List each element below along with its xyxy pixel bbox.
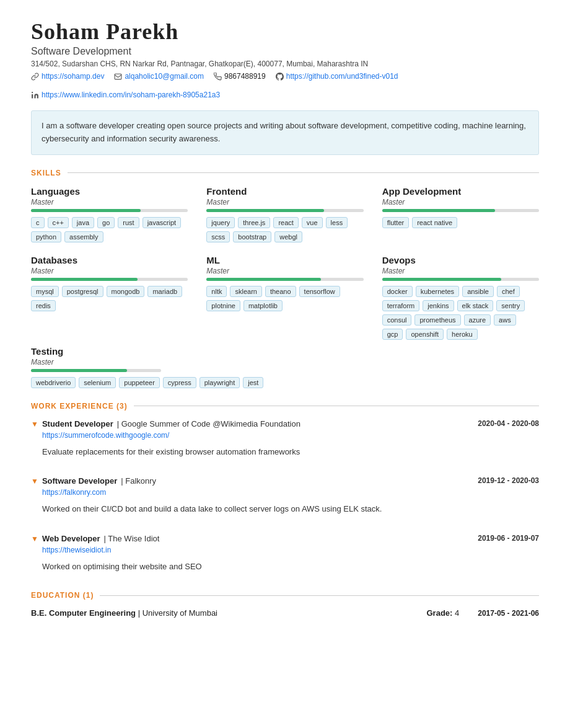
tag: cypress [163,377,196,388]
edu-right-1: Grade: 4 2017-05 - 2021-06 [426,608,539,618]
tag: scss [206,231,230,242]
edu-university-1: University of Mumbai [142,608,217,618]
tag: theano [265,286,296,297]
skill-devops-level: Master [382,267,539,275]
work-url-1[interactable]: https://summerofcode.withgoogle.com/ [42,431,169,440]
skill-appdev-level: Master [382,198,539,206]
work-dates-2: 2019-12 - 2020-03 [478,476,539,485]
skill-frontend-title: Frontend [206,186,363,197]
tag: rust [118,217,139,228]
work-dates-1: 2020-04 - 2020-08 [478,419,539,428]
skills-title: SKILLS [31,169,61,177]
edu-left-1: B.E. Computer Engineering | University o… [31,608,217,618]
edu-degree-1: B.E. Computer Engineering [31,608,136,618]
tag: jest [243,377,263,388]
website-link[interactable]: https://sohamp.dev [42,72,104,81]
github-contact: https://github.com/und3fined-v01d [276,72,398,81]
tag: selenium [79,377,116,388]
work-company-2: | Falkonry [121,476,156,486]
skill-group-appdev: App Development Master flutter react nat… [382,186,539,242]
skill-appdev-bar-fill [382,209,495,212]
education-title: EDUCATION (1) [31,591,94,600]
email-link[interactable]: alqaholic10@gmail.com [125,72,204,81]
linkedin-link[interactable]: https://www.linkedin.com/in/soham-parekh… [42,91,220,99]
skill-frontend-tags: jquery three.js react vue less scss boot… [206,217,363,242]
work-chevron-icon: ▼ [31,535,38,543]
tag: postgresql [62,286,103,297]
education-section-header: EDUCATION (1) [31,591,539,600]
work-role-1: Student Developer [42,419,113,428]
tag: less [326,217,348,228]
tag: python [31,231,61,242]
skill-frontend-bar-bg [206,209,363,212]
tag: mysql [31,286,59,297]
skill-languages-tags: c c++ java go rust javascript python ass… [31,217,188,242]
tag: jenkins [423,300,454,311]
header-section: Soham Parekh Software Development 314/50… [31,19,539,99]
tag: three.js [238,217,270,228]
skill-languages-bar-fill [31,209,141,212]
tag: elk stack [457,300,494,311]
tag: playwright [200,377,240,388]
education-row-1: B.E. Computer Engineering | University o… [31,608,539,618]
phone-icon [214,73,222,81]
tag: bootstrap [233,231,271,242]
skill-group-testing: Testing Master webdriverio selenium pupp… [31,346,539,388]
skill-devops-tags: docker kubernetes ansible chef terraform… [382,286,539,340]
skill-databases-title: Databases [31,255,188,265]
tag: vue [302,217,323,228]
tag: azure [464,314,491,326]
skills-section-header: SKILLS [31,169,539,177]
skill-ml-level: Master [206,267,363,275]
skill-testing-bar-fill [31,369,127,372]
tag: ansible [462,286,494,297]
skill-ml-tags: nltk sklearn theano tensorflow plotnine … [206,286,363,311]
skill-ml-title: ML [206,255,363,265]
github-link[interactable]: https://github.com/und3fined-v01d [286,72,398,81]
bio-box: I am a software developer creating open … [31,110,539,155]
work-role-2: Software Developer [42,476,117,486]
link-icon [31,73,39,81]
title: Software Development [31,46,539,57]
tag: react [273,217,298,228]
tag: terraform [382,300,420,311]
skill-databases-bar-bg [31,278,188,281]
address: 314/502, Sudarshan CHS, RN Narkar Rd, Pa… [31,60,539,68]
skills-grid: Languages Master c c++ java go rust java… [31,186,539,340]
tag: flutter [382,217,410,228]
skill-ml-bar-fill [206,278,321,281]
work-title-row-2: ▼ Software Developer | Falkonry [31,476,156,486]
education-divider [100,595,539,596]
tag: sentry [496,300,525,311]
skill-testing-level: Master [31,358,539,366]
skill-languages-title: Languages [31,186,188,197]
skill-appdev-title: App Development [382,186,539,197]
svg-rect-0 [115,74,121,79]
skill-frontend-bar-fill [206,209,324,212]
work-chevron-icon: ▼ [31,420,38,428]
work-link-3: https://thewiseidiot.in [42,545,539,554]
work-url-3[interactable]: https://thewiseidiot.in [42,546,111,554]
tag: openshift [406,329,444,340]
skill-group-languages: Languages Master c c++ java go rust java… [31,186,188,242]
skill-frontend-level: Master [206,198,363,206]
skill-databases-tags: mysql postgresql mongodb mariadb redis [31,286,188,311]
skill-devops-title: Devops [382,255,539,265]
bio-text: I am a software developer creating open … [42,121,526,143]
work-url-2[interactable]: https://falkonry.com [42,488,106,497]
linkedin-icon [31,91,39,99]
skill-databases-level: Master [31,267,188,275]
tag: go [97,217,115,228]
skill-ml-bar-bg [206,278,363,281]
phone-contact: 9867488919 [214,72,266,81]
skill-group-databases: Databases Master mysql postgresql mongod… [31,255,188,340]
svg-point-1 [32,92,33,93]
skill-appdev-bar-bg [382,209,539,212]
work-company-1: | Google Summer of Code @Wikimedia Found… [117,419,300,428]
skills-divider [68,172,539,173]
tag: java [72,217,94,228]
tag: nltk [206,286,227,297]
tag: javascript [142,217,181,228]
tag: chef [497,286,520,297]
work-desc-1: Evaluate replacements for their existing… [42,446,539,458]
